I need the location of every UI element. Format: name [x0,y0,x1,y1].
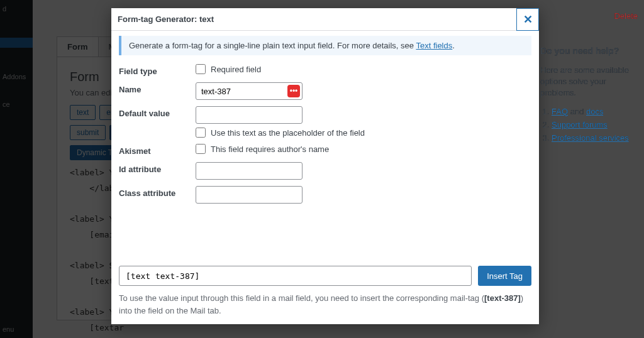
delete-link[interactable]: Delete [540,11,638,21]
class-attribute-label: Class attribute [119,186,196,198]
faq-link[interactable]: FAQ [552,107,568,116]
close-icon: ✕ [523,13,533,26]
support-forums-link[interactable]: Support forums [552,120,608,129]
class-attribute-input[interactable] [196,186,303,204]
required-checkbox[interactable] [196,64,206,74]
help-intro: Here are some available options solve yo… [540,65,638,99]
id-attribute-input[interactable] [196,162,303,180]
id-attribute-label: Id attribute [119,162,196,174]
help-sidebar: Delete Do you need help? Here are some a… [534,0,644,158]
notice-text: Generate a form-tag for a single-line pl… [129,41,416,50]
modal-header: Form-tag Generator: text ✕ [111,8,539,31]
modal-body: Generate a form-tag for a single-line pl… [111,31,539,262]
name-label: Name [119,82,196,94]
form-tag-generator-modal: Form-tag Generator: text ✕ Generate a fo… [111,8,539,324]
default-value-input[interactable] [196,106,303,124]
default-value-label: Default value [119,106,196,118]
akismet-label: Akismet [119,144,196,156]
generated-tag-output[interactable] [119,266,472,286]
modal-title: Form-tag Generator: text [118,14,214,24]
name-input[interactable] [196,82,303,100]
required-field-option[interactable]: Required field [196,64,531,74]
docs-link[interactable]: docs [586,107,603,116]
placeholder-label: Use this text as the placeholder of the … [211,128,365,138]
notice-suffix: . [452,41,455,50]
info-notice: Generate a form-tag for a single-line pl… [119,36,531,55]
help-heading: Do you need help? [540,46,638,56]
field-type-label: Field type [119,64,196,76]
insert-tag-button[interactable]: Insert Tag [478,266,531,286]
akismet-check-label: This field requires author's name [211,144,329,154]
password-manager-icon[interactable]: ••• [287,85,300,97]
mail-tag-code: [text-387] [484,293,521,303]
placeholder-checkbox[interactable] [196,128,206,138]
mail-tag-hint: To use the value input through this fiel… [119,292,531,317]
placeholder-option[interactable]: Use this text as the placeholder of the … [196,128,531,138]
text-fields-link[interactable]: Text fields [416,41,452,50]
required-label: Required field [211,65,261,74]
modal-footer: Insert Tag To use the value input throug… [111,262,539,324]
akismet-option[interactable]: This field requires author's name [196,144,531,154]
akismet-checkbox[interactable] [196,144,206,154]
professional-services-link[interactable]: Professional services [552,133,629,143]
